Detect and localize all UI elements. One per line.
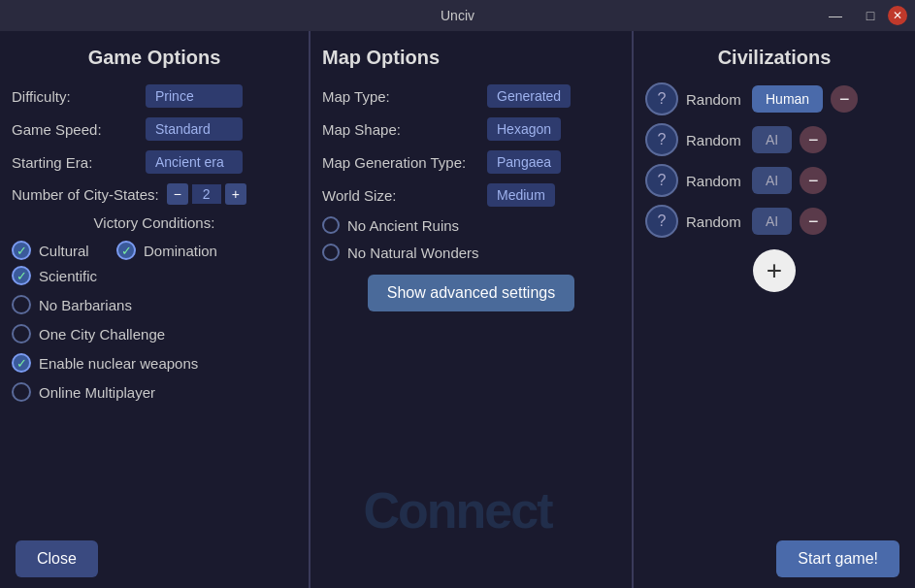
- no-natural-wonders-label: No Natural Wonders: [347, 245, 479, 261]
- civ-2-question-button[interactable]: ?: [645, 123, 678, 156]
- victory-conditions-grid: Cultural Scientific Domination: [12, 241, 297, 285]
- victory-col-left: Cultural Scientific: [12, 241, 97, 285]
- one-city-challenge-row[interactable]: One City Challenge: [12, 324, 297, 343]
- show-advanced-button[interactable]: Show advanced settings: [368, 275, 574, 311]
- map-shape-value[interactable]: Hexagon: [487, 117, 561, 141]
- map-gen-row: Map Generation Type: Pangaea: [322, 150, 620, 174]
- civ-4-name: Random: [686, 213, 744, 230]
- city-states-increment[interactable]: +: [225, 183, 246, 205]
- civ-3-remove-button[interactable]: −: [800, 167, 827, 194]
- city-states-row: Number of City-States: − 2 +: [12, 183, 297, 205]
- civ-4-type-button[interactable]: AI: [752, 208, 792, 235]
- world-size-label: World Size:: [322, 187, 477, 204]
- victory-col-right: Domination: [116, 241, 217, 285]
- speed-value[interactable]: Standard: [146, 117, 243, 141]
- scientific-label: Scientific: [39, 268, 97, 284]
- cultural-checkbox[interactable]: [12, 241, 31, 260]
- game-options-panel: Game Options Difficulty: Prince Game Spe…: [0, 31, 310, 588]
- scientific-checkbox[interactable]: [12, 266, 31, 285]
- no-natural-wonders-option[interactable]: No Natural Wonders: [322, 244, 479, 261]
- victory-domination[interactable]: Domination: [116, 241, 217, 260]
- difficulty-row: Difficulty: Prince: [12, 84, 297, 108]
- civ-1-question-button[interactable]: ?: [645, 82, 678, 115]
- no-barbarians-row[interactable]: No Barbarians: [12, 295, 297, 314]
- speed-row: Game Speed: Standard: [12, 117, 297, 141]
- civ-1-remove-button[interactable]: −: [831, 85, 858, 113]
- nuclear-weapons-row[interactable]: Enable nuclear weapons: [12, 353, 297, 373]
- civ-2-type-button[interactable]: AI: [752, 126, 792, 153]
- civ-1-type-button[interactable]: Human: [752, 85, 823, 113]
- map-options-title: Map Options: [322, 47, 440, 69]
- minimize-button[interactable]: —: [818, 0, 853, 31]
- era-row: Starting Era: Ancient era: [12, 150, 297, 174]
- era-value[interactable]: Ancient era: [146, 150, 243, 174]
- bottom-bar: Close Start game!: [0, 530, 915, 588]
- civ-row-2: ? Random AI −: [645, 123, 903, 156]
- no-barbarians-label: No Barbarians: [39, 297, 132, 313]
- victory-cultural[interactable]: Cultural: [12, 241, 97, 260]
- domination-checkbox[interactable]: [116, 241, 136, 260]
- world-size-value[interactable]: Medium: [487, 183, 555, 207]
- multiplayer-checkbox[interactable]: [12, 382, 31, 402]
- close-window-button[interactable]: ✕: [888, 6, 907, 25]
- world-size-row: World Size: Medium: [322, 183, 620, 207]
- no-ancient-ruins-label: No Ancient Ruins: [347, 217, 459, 234]
- map-shape-row: Map Shape: Hexagon: [322, 117, 620, 141]
- map-gen-label: Map Generation Type:: [322, 154, 477, 171]
- civilizations-title: Civilizations: [645, 47, 903, 69]
- one-city-label: One City Challenge: [39, 326, 165, 343]
- map-type-row: Map Type: Generated: [322, 84, 620, 108]
- restore-button[interactable]: □: [853, 0, 888, 31]
- no-ancient-ruins-option[interactable]: No Ancient Ruins: [322, 216, 459, 234]
- nuclear-label: Enable nuclear weapons: [39, 355, 198, 372]
- app-title: Unciv: [441, 8, 474, 23]
- close-button[interactable]: Close: [16, 540, 98, 577]
- civilizations-panel: Civilizations ? Random Human − ? Random …: [634, 31, 915, 588]
- map-type-value[interactable]: Generated: [487, 84, 571, 108]
- city-states-decrement[interactable]: −: [167, 183, 188, 205]
- victory-scientific[interactable]: Scientific: [12, 266, 97, 285]
- map-shape-label: Map Shape:: [322, 121, 477, 138]
- map-gen-value[interactable]: Pangaea: [487, 150, 561, 174]
- online-multiplayer-row[interactable]: Online Multiplayer: [12, 382, 297, 402]
- civ-2-name: Random: [686, 132, 744, 148]
- speed-label: Game Speed:: [12, 121, 138, 138]
- titlebar: Unciv — □ ✕: [0, 0, 915, 31]
- cultural-label: Cultural: [39, 243, 89, 259]
- civ-3-type-button[interactable]: AI: [752, 167, 792, 194]
- window-controls: — □ ✕: [818, 0, 915, 31]
- city-states-stepper: − 2 +: [167, 183, 246, 205]
- add-civ-button[interactable]: +: [753, 249, 796, 292]
- civ-2-remove-button[interactable]: −: [800, 126, 827, 153]
- no-barbarians-checkbox[interactable]: [12, 295, 31, 314]
- no-natural-wonders-radio[interactable]: [322, 244, 340, 261]
- civ-1-name: Random: [686, 91, 744, 108]
- domination-label: Domination: [144, 243, 217, 259]
- one-city-checkbox[interactable]: [12, 324, 31, 343]
- nuclear-checkbox[interactable]: [12, 353, 31, 373]
- civ-row-4: ? Random AI −: [645, 205, 903, 238]
- game-options-title: Game Options: [12, 47, 297, 69]
- difficulty-value[interactable]: Prince: [146, 84, 243, 108]
- map-type-label: Map Type:: [322, 88, 477, 105]
- civ-row-3: ? Random AI −: [645, 164, 903, 197]
- start-game-button[interactable]: Start game!: [776, 540, 899, 577]
- city-states-value: 2: [192, 184, 221, 204]
- main-content: Game Options Difficulty: Prince Game Spe…: [0, 31, 915, 588]
- victory-conditions-label: Victory Conditions:: [12, 214, 297, 231]
- map-options-panel: Map Options Map Type: Generated Map Shap…: [310, 31, 634, 588]
- civ-row-1: ? Random Human −: [645, 82, 903, 115]
- civ-4-remove-button[interactable]: −: [800, 208, 827, 235]
- city-states-label: Number of City-States:: [12, 186, 159, 203]
- civ-4-question-button[interactable]: ?: [645, 205, 678, 238]
- difficulty-label: Difficulty:: [12, 88, 138, 105]
- era-label: Starting Era:: [12, 154, 138, 171]
- civ-3-name: Random: [686, 173, 744, 189]
- no-ancient-ruins-radio[interactable]: [322, 216, 340, 234]
- multiplayer-label: Online Multiplayer: [39, 384, 155, 401]
- civ-3-question-button[interactable]: ?: [645, 164, 678, 197]
